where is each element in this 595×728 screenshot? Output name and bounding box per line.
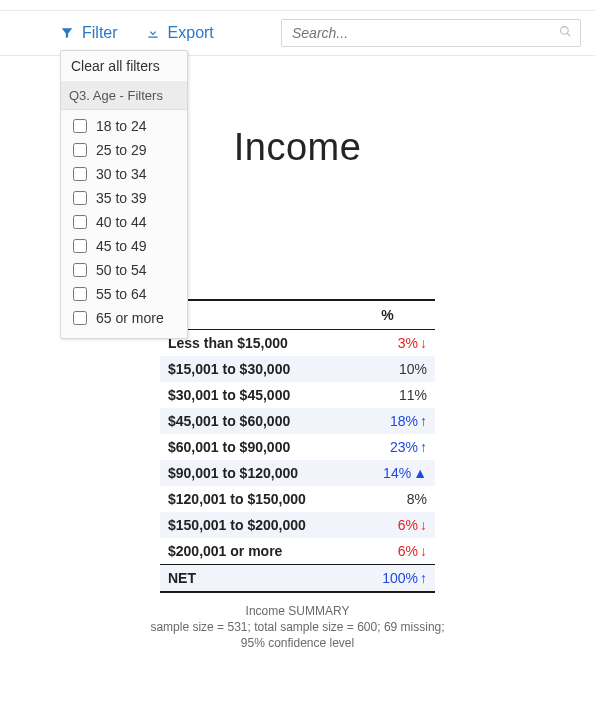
row-label: $120,001 to $150,000	[160, 486, 340, 512]
row-label: $150,001 to $200,000	[160, 512, 340, 538]
search-box[interactable]	[281, 19, 581, 47]
table-row: $150,001 to $200,0006%↓	[160, 512, 435, 538]
clear-filters-button[interactable]: Clear all filters	[61, 51, 187, 82]
row-value: 10%	[340, 356, 435, 382]
caption-line-1: Income SUMMARY	[138, 603, 458, 619]
download-icon	[146, 26, 160, 40]
table-row: $90,001 to $120,00014%▲	[160, 460, 435, 486]
arrow-down-icon: ↓	[420, 335, 427, 351]
search-input[interactable]	[290, 24, 559, 42]
table-row: Less than $15,0003%↓	[160, 330, 435, 357]
table-row: $15,001 to $30,00010%	[160, 356, 435, 382]
filter-options-list: 18 to 2425 to 2930 to 3435 to 3940 to 44…	[61, 110, 187, 338]
row-value: 23%↑	[340, 434, 435, 460]
filter-checkbox[interactable]	[73, 263, 87, 277]
filter-option[interactable]: 45 to 49	[67, 234, 181, 258]
arrow-down-icon: ↓	[420, 517, 427, 533]
row-label: $90,001 to $120,000	[160, 460, 340, 486]
filter-option-label: 18 to 24	[96, 118, 147, 134]
net-row: NET100%↑	[160, 565, 435, 593]
row-value: 3%↓	[340, 330, 435, 357]
filter-option[interactable]: 40 to 44	[67, 210, 181, 234]
row-value: 11%	[340, 382, 435, 408]
filter-option-label: 35 to 39	[96, 190, 147, 206]
caption-line-2: sample size = 531; total sample size = 6…	[138, 619, 458, 651]
filter-button[interactable]: Filter	[60, 24, 118, 42]
row-value: 14%▲	[340, 460, 435, 486]
arrow-down-icon: ↓	[420, 543, 427, 559]
filter-option-label: 45 to 49	[96, 238, 147, 254]
filter-label: Filter	[82, 24, 118, 42]
income-table: % Less than $15,0003%↓$15,001 to $30,000…	[160, 299, 435, 593]
filter-option[interactable]: 25 to 29	[67, 138, 181, 162]
export-button[interactable]: Export	[146, 24, 214, 42]
row-value: 18%↑	[340, 408, 435, 434]
table-row: $30,001 to $45,00011%	[160, 382, 435, 408]
filter-checkbox[interactable]	[73, 239, 87, 253]
col-header-percent: %	[340, 300, 435, 330]
filter-icon	[60, 26, 74, 40]
filter-option[interactable]: 65 or more	[67, 306, 181, 330]
filter-checkbox[interactable]	[73, 167, 87, 181]
filter-option[interactable]: 50 to 54	[67, 258, 181, 282]
filter-option[interactable]: 55 to 64	[67, 282, 181, 306]
net-value: 100%↑	[340, 565, 435, 593]
filter-option-label: 40 to 44	[96, 214, 147, 230]
triangle-up-icon: ▲	[413, 465, 427, 481]
filter-option[interactable]: 30 to 34	[67, 162, 181, 186]
table-row: $120,001 to $150,0008%	[160, 486, 435, 512]
filter-option-label: 55 to 64	[96, 286, 147, 302]
search-icon	[559, 25, 572, 41]
filter-option-label: 30 to 34	[96, 166, 147, 182]
arrow-up-icon: ↑	[420, 570, 427, 586]
row-label: $45,001 to $60,000	[160, 408, 340, 434]
row-value: 8%	[340, 486, 435, 512]
svg-line-1	[567, 33, 570, 36]
row-label: $15,001 to $30,000	[160, 356, 340, 382]
filter-option[interactable]: 35 to 39	[67, 186, 181, 210]
row-label: $200,001 or more	[160, 538, 340, 565]
filter-checkbox[interactable]	[73, 311, 87, 325]
row-value: 6%↓	[340, 538, 435, 565]
row-label: $60,001 to $90,000	[160, 434, 340, 460]
filter-checkbox[interactable]	[73, 287, 87, 301]
filter-checkbox[interactable]	[73, 119, 87, 133]
filter-option[interactable]: 18 to 24	[67, 114, 181, 138]
filter-group-label: Q3. Age - Filters	[61, 82, 187, 110]
filter-option-label: 65 or more	[96, 310, 164, 326]
table-row: $60,001 to $90,00023%↑	[160, 434, 435, 460]
filter-option-label: 50 to 54	[96, 262, 147, 278]
table-row: $45,001 to $60,00018%↑	[160, 408, 435, 434]
row-label: $30,001 to $45,000	[160, 382, 340, 408]
table-row: $200,001 or more6%↓	[160, 538, 435, 565]
net-label: NET	[160, 565, 340, 593]
filter-option-label: 25 to 29	[96, 142, 147, 158]
export-label: Export	[168, 24, 214, 42]
filter-checkbox[interactable]	[73, 215, 87, 229]
svg-point-0	[561, 27, 569, 35]
arrow-up-icon: ↑	[420, 439, 427, 455]
filter-checkbox[interactable]	[73, 143, 87, 157]
filter-checkbox[interactable]	[73, 191, 87, 205]
row-value: 6%↓	[340, 512, 435, 538]
arrow-up-icon: ↑	[420, 413, 427, 429]
filter-dropdown: Clear all filters Q3. Age - Filters 18 t…	[60, 50, 188, 339]
table-caption: Income SUMMARY sample size = 531; total …	[138, 603, 458, 652]
